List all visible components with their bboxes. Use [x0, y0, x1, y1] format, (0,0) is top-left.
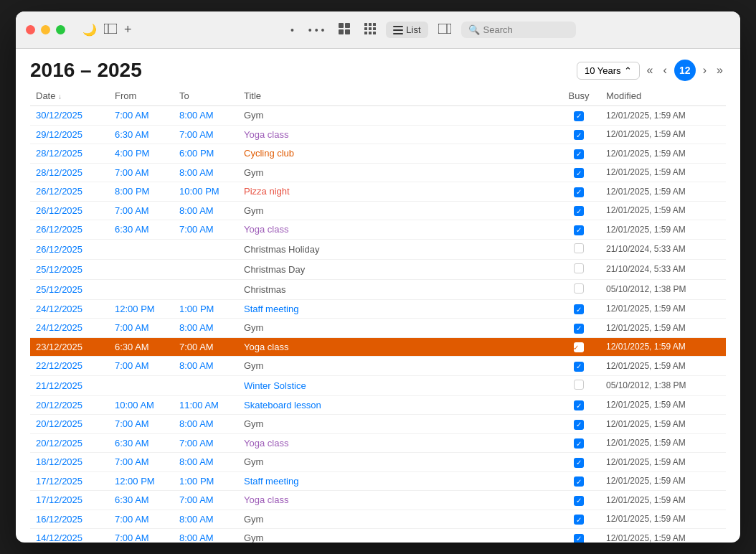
cell-busy[interactable] [557, 299, 600, 319]
table-row[interactable]: 25/12/2025 Christmas Day 21/10/2024, 5:3… [30, 259, 726, 279]
table-row[interactable]: 22/12/2025 7:00 AM 8:00 AM Gym 12/01/202… [30, 357, 726, 376]
busy-checkbox-checked [574, 438, 584, 449]
cell-busy[interactable] [557, 471, 600, 491]
cell-date: 30/12/2025 [30, 106, 109, 126]
cell-modified: 12/01/2025, 1:59 AM [600, 357, 726, 376]
cell-title: Yoga class [238, 337, 557, 357]
nav-next-button[interactable]: › [700, 62, 709, 78]
col-title: Title [238, 86, 557, 106]
busy-checkbox-empty [574, 283, 584, 294]
busy-checkbox-checked [574, 362, 584, 372]
cell-busy[interactable] [557, 357, 600, 376]
table-row[interactable]: 16/12/2025 7:00 AM 8:00 AM Gym 12/01/202… [30, 510, 726, 529]
cell-modified: 12/01/2025, 1:59 AM [600, 201, 726, 220]
cell-busy[interactable] [557, 510, 600, 529]
table-row[interactable]: 18/12/2025 7:00 AM 8:00 AM Gym 12/01/202… [30, 453, 726, 472]
table-row[interactable]: 29/12/2025 6:30 AM 7:00 AM Yoga class 12… [30, 125, 726, 144]
cell-modified: 12/01/2025, 1:59 AM [600, 415, 726, 434]
cell-busy[interactable] [557, 415, 600, 434]
cell-busy[interactable] [557, 529, 600, 543]
cell-title: Pizza night [238, 182, 557, 202]
table-row[interactable]: 28/12/2025 4:00 PM 6:00 PM Cycling club … [30, 144, 726, 164]
cell-busy[interactable]: ✓ [557, 337, 600, 357]
cell-from [109, 239, 174, 259]
list-view-button[interactable]: List [386, 22, 427, 38]
cell-date: 20/12/2025 [30, 415, 109, 434]
table-row[interactable]: 24/12/2025 12:00 PM 1:00 PM Staff meetin… [30, 299, 726, 319]
cell-modified: 12/01/2025, 1:59 AM [600, 337, 726, 357]
cell-from: 7:00 AM [109, 510, 174, 529]
nav-first-button[interactable]: « [644, 62, 656, 78]
cell-title: Gym [238, 453, 557, 472]
cell-busy[interactable] [557, 395, 600, 415]
cell-modified: 12/01/2025, 1:59 AM [600, 453, 726, 472]
cell-busy[interactable] [557, 144, 600, 164]
table-row[interactable]: 14/12/2025 7:00 AM 8:00 AM Gym 12/01/202… [30, 529, 726, 543]
titlebar-center: • • • • List 🔍 [132, 20, 730, 39]
nav-prev-button[interactable]: ‹ [660, 62, 669, 78]
period-selector[interactable]: 10 Years ⌃ [577, 62, 640, 80]
table-row[interactable]: 25/12/2025 Christmas 05/10/2012, 1:38 PM [30, 279, 726, 299]
search-input[interactable] [483, 24, 569, 35]
table-row[interactable]: 26/12/2025 6:30 AM 7:00 AM Yoga class 12… [30, 220, 726, 240]
cell-title: Staff meeting [238, 471, 557, 491]
table-row[interactable]: 24/12/2025 7:00 AM 8:00 AM Gym 12/01/202… [30, 319, 726, 338]
svg-rect-13 [369, 32, 372, 34]
cell-title: Yoga class [238, 125, 557, 144]
cell-busy[interactable] [557, 453, 600, 472]
cell-busy[interactable] [557, 375, 600, 395]
cell-busy[interactable] [557, 433, 600, 453]
cell-to: 11:00 AM [174, 395, 238, 415]
table-row[interactable]: 23/12/2025 6:30 AM 7:00 AM Yoga class ✓ … [30, 337, 726, 357]
cell-title: Yoga class [238, 433, 557, 453]
dot-view-button[interactable]: • [286, 22, 298, 39]
cell-to [174, 375, 238, 395]
table-row[interactable]: 26/12/2025 7:00 AM 8:00 AM Gym 12/01/202… [30, 201, 726, 220]
fullscreen-button[interactable] [56, 25, 65, 34]
close-button[interactable] [26, 25, 35, 34]
cell-busy[interactable] [557, 319, 600, 338]
cell-busy[interactable] [557, 491, 600, 510]
table-row[interactable]: 17/12/2025 6:30 AM 7:00 AM Yoga class 12… [30, 491, 726, 510]
busy-checkbox-checked [574, 225, 584, 235]
svg-rect-15 [393, 26, 403, 27]
cell-from: 7:00 AM [109, 357, 174, 376]
table-row[interactable]: 26/12/2025 8:00 PM 10:00 PM Pizza night … [30, 182, 726, 202]
cell-busy[interactable] [557, 125, 600, 144]
grid9-view-button[interactable] [360, 20, 380, 39]
cell-modified: 12/01/2025, 1:59 AM [600, 125, 726, 144]
minimize-button[interactable] [41, 25, 50, 34]
table-row[interactable]: 26/12/2025 Christmas Holiday 21/10/2024,… [30, 239, 726, 259]
grid4-view-button[interactable] [334, 20, 354, 39]
cell-busy[interactable] [557, 163, 600, 182]
cell-busy[interactable] [557, 259, 600, 279]
busy-checkbox-checked [574, 400, 584, 410]
table-row[interactable]: 17/12/2025 12:00 PM 1:00 PM Staff meetin… [30, 471, 726, 491]
cell-busy[interactable] [557, 182, 600, 202]
cell-from: 6:30 AM [109, 491, 174, 510]
titlebar-left: 🌙 + [26, 22, 132, 37]
table-row[interactable]: 20/12/2025 6:30 AM 7:00 AM Yoga class 12… [30, 433, 726, 453]
table-row[interactable]: 20/12/2025 10:00 AM 11:00 AM Skateboard … [30, 395, 726, 415]
busy-checkbox-checked [574, 168, 584, 178]
cell-busy[interactable] [557, 239, 600, 259]
table-row[interactable]: 30/12/2025 7:00 AM 8:00 AM Gym 12/01/202… [30, 106, 726, 126]
sidebar2-button[interactable] [434, 21, 455, 39]
col-date[interactable]: Date ↓ [30, 86, 109, 106]
nav-last-button[interactable]: » [714, 62, 726, 78]
dots-view-button[interactable]: • • • [304, 22, 329, 39]
cell-busy[interactable] [557, 106, 600, 126]
cell-modified: 12/01/2025, 1:59 AM [600, 299, 726, 319]
today-badge[interactable]: 12 [674, 60, 696, 81]
add-icon[interactable]: + [124, 22, 132, 37]
table-row[interactable]: 21/12/2025 Winter Solstice 05/10/2012, 1… [30, 375, 726, 395]
cell-busy[interactable] [557, 220, 600, 240]
table-row[interactable]: 20/12/2025 7:00 AM 8:00 AM Gym 12/01/202… [30, 415, 726, 434]
cell-busy[interactable] [557, 201, 600, 220]
moon-icon[interactable]: 🌙 [82, 23, 97, 37]
sidebar-toggle-icon[interactable] [104, 24, 117, 37]
table-row[interactable]: 28/12/2025 7:00 AM 8:00 AM Gym 12/01/202… [30, 163, 726, 182]
cell-busy[interactable] [557, 279, 600, 299]
cell-title: Gym [238, 510, 557, 529]
cell-to: 8:00 AM [174, 453, 238, 472]
